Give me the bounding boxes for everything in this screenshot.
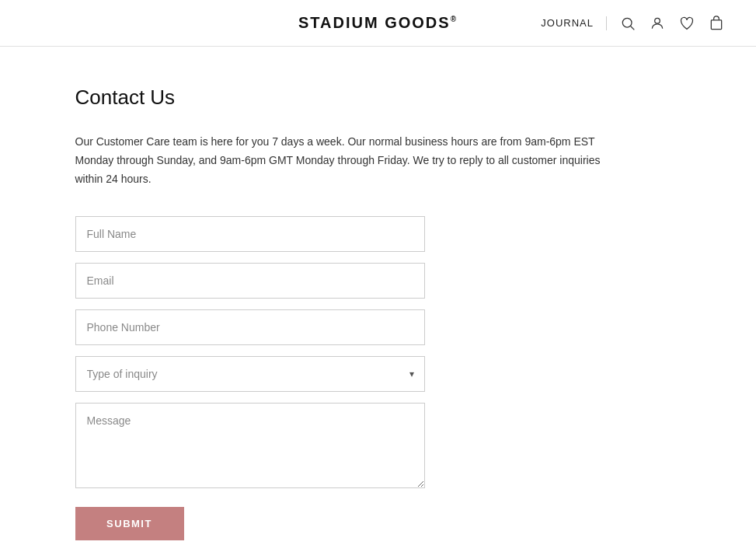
page-title: Contact Us (75, 86, 681, 110)
contact-form: Type of inquiry Order Status Returns & E… (75, 216, 425, 540)
submit-button[interactable]: SUBMIT (75, 507, 184, 540)
cart-icon[interactable] (708, 15, 725, 32)
nav-journal-link[interactable]: JOURNAL (541, 17, 594, 29)
site-logo[interactable]: STADIUM GOODS® (298, 14, 458, 32)
svg-point-0 (622, 18, 632, 27)
full-name-input[interactable] (75, 216, 425, 252)
svg-line-1 (631, 26, 635, 30)
svg-point-2 (655, 18, 660, 23)
logo-registered: ® (451, 15, 458, 23)
svg-rect-3 (711, 19, 721, 29)
heart-icon[interactable] (678, 15, 695, 32)
email-input[interactable] (75, 263, 425, 299)
site-header: STADIUM GOODS® JOURNAL (0, 0, 756, 47)
user-icon[interactable] (649, 15, 666, 32)
header-divider (606, 16, 607, 30)
phone-input[interactable] (75, 309, 425, 345)
header-center: STADIUM GOODS® (263, 14, 494, 32)
page-description: Our Customer Care team is here for you 7… (75, 133, 604, 188)
main-content: Contact Us Our Customer Care team is her… (29, 47, 728, 559)
header-right: JOURNAL (493, 15, 725, 32)
logo-text: STADIUM GOODS (298, 14, 451, 31)
inquiry-select[interactable]: Type of inquiry Order Status Returns & E… (75, 356, 425, 392)
search-icon[interactable] (619, 15, 636, 32)
inquiry-select-wrapper: Type of inquiry Order Status Returns & E… (75, 356, 425, 392)
message-textarea[interactable] (75, 403, 425, 488)
